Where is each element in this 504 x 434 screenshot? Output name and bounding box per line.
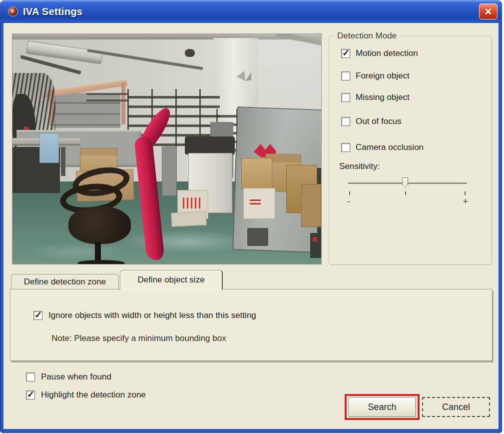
scene-dark-object xyxy=(247,228,268,246)
checkbox-foreign-object[interactable]: Foreign object xyxy=(341,71,410,81)
scene-metal-rack xyxy=(86,93,128,106)
tab-define-object-size[interactable]: Define object size xyxy=(120,270,223,290)
checkbox-missing-object[interactable]: Missing object xyxy=(341,92,410,102)
app-icon xyxy=(8,6,18,16)
checkbox-box[interactable] xyxy=(341,49,350,58)
scene-office-chair xyxy=(77,260,125,264)
define-object-size-panel: Ignore objects with width or height less… xyxy=(10,289,493,361)
scene-cardboard-box xyxy=(301,184,321,227)
slider-min-label: - xyxy=(347,196,350,207)
checkbox-box[interactable] xyxy=(26,390,35,400)
scene-cabinet xyxy=(39,133,59,163)
close-button[interactable]: ✕ xyxy=(479,4,498,20)
iva-settings-dialog: IVA Settings ✕ xyxy=(0,0,502,433)
checkbox-box[interactable] xyxy=(33,311,42,320)
checkbox-ignore-objects[interactable]: Ignore objects with width or height less… xyxy=(33,310,256,320)
tab-define-detection-zone[interactable]: Define detection zone xyxy=(11,274,119,290)
checkbox-box[interactable] xyxy=(341,72,350,80)
checkbox-box[interactable] xyxy=(341,143,350,152)
detection-mode-title: Detection Mode xyxy=(334,31,400,41)
slider-thumb[interactable] xyxy=(402,178,408,188)
checkbox-highlight-detection-zone[interactable]: Highlight the detection zone xyxy=(26,390,146,400)
scene-cabinet xyxy=(162,146,177,196)
close-icon: ✕ xyxy=(485,6,493,18)
search-button[interactable]: Search xyxy=(348,397,416,417)
scene-box-red-label xyxy=(243,188,275,219)
checkbox-camera-occlusion[interactable]: Camera occlusion xyxy=(341,142,424,152)
note-text: Note: Please specify a minimum bounding … xyxy=(51,334,226,344)
checkbox-pause-when-found[interactable]: Pause when found xyxy=(26,372,111,382)
scene-dark-object xyxy=(310,233,321,258)
scene-equipment xyxy=(185,136,235,154)
sensitivity-slider[interactable] xyxy=(348,177,467,190)
checkbox-box[interactable] xyxy=(341,93,350,102)
tab-label: Define detection zone xyxy=(24,277,106,287)
detection-mode-group: Detection Mode Motion detection Foreign … xyxy=(329,36,492,265)
tab-label: Define object size xyxy=(137,275,204,285)
dialog-content: Detection Mode Motion detection Foreign … xyxy=(3,23,499,429)
slider-minmax: - + xyxy=(347,196,468,207)
checkbox-box[interactable] xyxy=(26,372,35,382)
scene-wall-object xyxy=(185,49,195,57)
video-preview xyxy=(12,34,321,264)
title-bar[interactable]: IVA Settings ✕ xyxy=(0,0,502,23)
scene-office-chair xyxy=(68,206,131,244)
scene-box xyxy=(171,211,206,227)
scene-ceiling xyxy=(12,34,321,40)
sensitivity-label: Sensitivity: xyxy=(339,162,380,172)
checkbox-out-of-focus[interactable]: Out of focus xyxy=(341,116,402,126)
checkbox-motion-detection[interactable]: Motion detection xyxy=(341,48,418,58)
slider-ticks xyxy=(348,192,467,196)
slider-max-label: + xyxy=(463,196,468,207)
scene-desk-leg xyxy=(61,147,65,176)
checkbox-box[interactable] xyxy=(341,117,350,126)
scene-cardboard-box xyxy=(241,158,272,189)
cancel-button[interactable]: Cancel xyxy=(422,397,490,417)
window-title: IVA Settings xyxy=(23,6,82,18)
